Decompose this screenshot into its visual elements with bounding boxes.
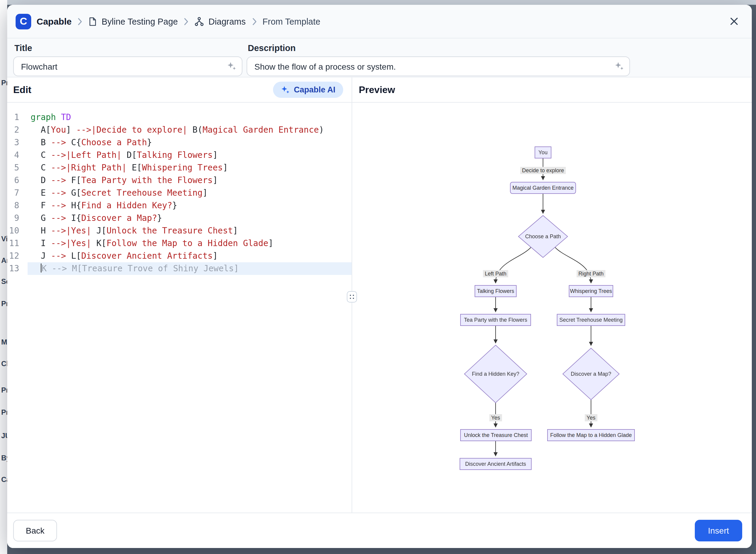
line-number: 8: [7, 199, 19, 212]
code-token[interactable]: -->|Right Path|: [51, 163, 127, 172]
sparkle-icon[interactable]: [615, 61, 624, 71]
chevron-right-icon: [252, 18, 256, 25]
code-token[interactable]: Unlock the Treasure Chest: [107, 226, 233, 235]
code-token[interactable]: ]: [213, 175, 218, 185]
title-label: Title: [14, 43, 242, 53]
code-token[interactable]: Whispering Trees: [142, 163, 223, 172]
code-token[interactable]: ]: [223, 163, 228, 172]
clipped-text-fragment: M: [1, 338, 7, 346]
panel-resize-handle[interactable]: [347, 291, 357, 302]
code-token[interactable]: Choose a Path: [81, 137, 147, 147]
close-icon: [730, 17, 739, 26]
code-line[interactable]: 1 graph TD: [7, 111, 352, 124]
code-line[interactable]: 4 C -->|Left Path| D[Talking Flowers]: [7, 149, 352, 161]
code-token[interactable]: ]: [202, 188, 208, 198]
clipped-text-fragment: By: [1, 454, 7, 462]
code-token[interactable]: F[: [66, 175, 81, 185]
edit-panel-header: Edit Capable AI: [7, 77, 352, 102]
code-token[interactable]: L[: [66, 251, 81, 261]
code-token[interactable]: K[: [91, 238, 107, 248]
code-token[interactable]: -->|Yes|: [51, 238, 91, 248]
code-token[interactable]: -->: [51, 175, 66, 185]
code-token[interactable]: Find a Hidden Key?: [81, 201, 172, 210]
code-line-current[interactable]: 13 K --> M[Treasure Trove of Shiny Jewel…: [7, 262, 352, 275]
code-token[interactable]: E: [31, 188, 51, 198]
line-number: 5: [7, 161, 19, 174]
code-token[interactable]: C: [31, 163, 51, 172]
code-editor[interactable]: 1 graph TD 2 A[You] -->|Decide to explor…: [7, 103, 352, 513]
description-label: Description: [248, 43, 630, 53]
code-token[interactable]: ]: [268, 238, 273, 248]
breadcrumb-section[interactable]: Diagrams: [195, 16, 246, 26]
code-token[interactable]: J[: [91, 226, 107, 235]
code-line[interactable]: 10 H -->|Yes| J[Unlock the Treasure Ches…: [7, 224, 352, 237]
code-token[interactable]: C: [31, 150, 51, 160]
breadcrumb-app[interactable]: Capable: [37, 16, 72, 26]
code-token[interactable]: -->: [51, 251, 66, 261]
ghost-suggestion-text[interactable]: K --> M[Treasure Trove of Shiny Jewels]: [42, 264, 239, 273]
code-token[interactable]: H: [31, 226, 51, 235]
code-line[interactable]: 11 I -->|Yes| K[Follow the Map to a Hidd…: [7, 237, 352, 250]
code-token[interactable]: G[: [66, 188, 81, 198]
code-token[interactable]: D[: [121, 150, 137, 160]
code-token[interactable]: B(: [187, 125, 203, 134]
code-token[interactable]: H{: [66, 201, 81, 210]
code-token[interactable]: }: [157, 213, 162, 223]
code-token[interactable]: Tea Party with the Flowers: [81, 175, 213, 185]
code-token[interactable]: graph: [31, 112, 56, 122]
code-token[interactable]: A[: [31, 125, 51, 134]
clipped-text-fragment: Vi: [1, 235, 7, 243]
sparkle-icon[interactable]: [227, 61, 236, 71]
code-token[interactable]: }: [172, 201, 177, 210]
code-token[interactable]: I{: [66, 213, 81, 223]
back-button[interactable]: Back: [13, 520, 57, 541]
insert-button[interactable]: Insert: [695, 520, 742, 541]
code-line[interactable]: 5 C -->|Right Path| E[Whispering Trees]: [7, 161, 352, 174]
code-token[interactable]: -->|Decide to explore|: [76, 125, 187, 134]
code-token[interactable]: }: [147, 137, 152, 147]
code-token[interactable]: C{: [66, 137, 81, 147]
code-line[interactable]: 3 B --> C{Choose a Path}: [7, 136, 352, 149]
title-input[interactable]: [13, 56, 242, 76]
code-line[interactable]: 6 D --> F[Tea Party with the Flowers]: [7, 174, 352, 187]
code-token[interactable]: ]: [213, 150, 218, 160]
code-token[interactable]: G: [31, 213, 51, 223]
code-token[interactable]: Talking Flowers: [137, 150, 213, 160]
code-token[interactable]: -->: [51, 137, 66, 147]
code-token[interactable]: [56, 112, 61, 122]
code-token[interactable]: D: [31, 175, 51, 185]
code-token[interactable]: I: [31, 238, 51, 248]
code-line[interactable]: 2 A[You] -->|Decide to explore| B(Magica…: [7, 124, 352, 136]
code-line[interactable]: 9 G --> I{Discover a Map?}: [7, 212, 352, 224]
code-token[interactable]: Discover a Map?: [81, 213, 157, 223]
code-token[interactable]: -->: [51, 188, 66, 198]
description-input[interactable]: [247, 56, 630, 76]
code-token[interactable]: B: [31, 137, 51, 147]
code-line[interactable]: 7 E --> G[Secret Treehouse Meeting]: [7, 187, 352, 199]
code-token[interactable]: [31, 264, 41, 273]
capable-ai-button[interactable]: Capable AI: [273, 81, 343, 98]
close-button[interactable]: [727, 14, 741, 28]
code-token[interactable]: -->|Yes|: [51, 226, 91, 235]
code-token[interactable]: You: [51, 125, 66, 134]
code-token[interactable]: Secret Treehouse Meeting: [81, 188, 203, 198]
breadcrumb-current: From Template: [263, 16, 321, 26]
code-token[interactable]: ]: [66, 125, 76, 134]
code-token[interactable]: ): [319, 125, 324, 134]
code-token[interactable]: J: [31, 251, 51, 261]
code-token[interactable]: Magical Garden Entrance: [202, 125, 319, 134]
code-token[interactable]: ]: [213, 251, 218, 261]
code-token[interactable]: -->: [51, 213, 66, 223]
code-token[interactable]: F: [31, 201, 51, 210]
breadcrumb-page[interactable]: Byline Testing Page: [89, 16, 178, 26]
code-line[interactable]: 8 F --> H{Find a Hidden Key?}: [7, 199, 352, 212]
capable-ai-label: Capable AI: [294, 85, 335, 94]
code-token[interactable]: E[: [127, 163, 142, 172]
code-token[interactable]: -->|Left Path|: [51, 150, 121, 160]
code-token[interactable]: ]: [233, 226, 238, 235]
code-token[interactable]: Follow the Map to a Hidden Glade: [107, 238, 268, 248]
code-line[interactable]: 12 J --> L[Discover Ancient Artifacts]: [7, 250, 352, 262]
code-token[interactable]: Discover Ancient Artifacts: [81, 251, 213, 261]
code-token[interactable]: TD: [61, 112, 71, 122]
code-token[interactable]: -->: [51, 201, 66, 210]
